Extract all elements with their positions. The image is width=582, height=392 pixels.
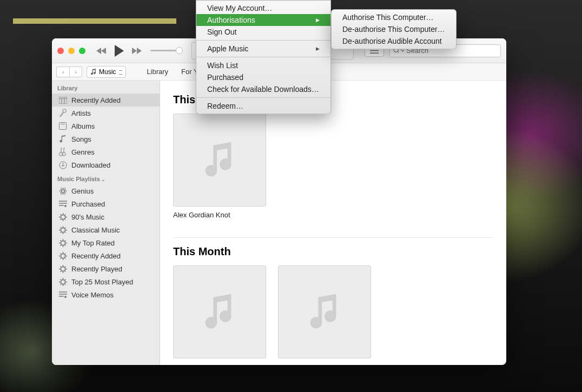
album-tile[interactable] <box>278 265 371 358</box>
sidebar-item-classical[interactable]: Classical Music <box>52 223 160 236</box>
svg-rect-4 <box>61 124 65 124</box>
svg-point-11 <box>64 205 67 207</box>
svg-point-13 <box>61 228 65 232</box>
sidebar-item-albums[interactable]: Albums <box>52 119 160 132</box>
sidebar-item-label: Genres <box>71 148 95 156</box>
microphone-icon <box>58 109 67 117</box>
sidebar-item-recently-added-pl[interactable]: Recently Added <box>52 249 160 262</box>
album-icon <box>58 122 67 130</box>
sidebar-item-genius[interactable]: Genius <box>52 184 160 197</box>
gear-icon <box>58 277 67 286</box>
album-tile[interactable]: Alex Gordian Knot <box>173 114 266 219</box>
sidebar-item-label: Downloaded <box>71 161 110 169</box>
tab-library[interactable]: Library <box>146 64 169 79</box>
svg-point-15 <box>61 254 65 258</box>
minimize-button[interactable] <box>68 48 75 54</box>
sidebar-item-label: Recently Played <box>71 265 122 273</box>
menu-item-view-account[interactable]: View My Account… <box>196 2 330 14</box>
atom-icon <box>58 187 67 195</box>
album-tile[interactable] <box>173 265 266 358</box>
sidebar-item-label: Classical Music <box>71 226 120 234</box>
authorisations-submenu: Authorise This Computer… De-authorise Th… <box>331 9 457 49</box>
decorative-bar <box>13 18 176 24</box>
gear-icon <box>58 238 67 247</box>
guitar-icon <box>58 148 67 156</box>
account-menu: View My Account… Authorisations Sign Out… <box>196 0 331 114</box>
gear-icon <box>58 225 67 234</box>
close-button[interactable] <box>57 48 64 54</box>
download-icon <box>58 161 67 169</box>
svg-point-14 <box>61 241 65 245</box>
menu-item-redeem[interactable]: Redeem… <box>196 100 330 112</box>
sidebar-item-artists[interactable]: Artists <box>52 107 160 119</box>
forward-button[interactable]: › <box>69 67 82 77</box>
sidebar-item-label: Songs <box>71 135 91 143</box>
sidebar: Library Recently Added Artists Albums So… <box>52 81 160 365</box>
playlist-icon <box>58 290 67 299</box>
menu-item-sign-out[interactable]: Sign Out <box>196 26 330 38</box>
submenu-item-authorise[interactable]: Authorise This Computer… <box>332 11 456 23</box>
menu-separator <box>196 97 330 98</box>
svg-point-8 <box>59 190 67 192</box>
music-notes-icon <box>199 139 241 181</box>
menu-item-authorisations[interactable]: Authorisations <box>196 14 330 26</box>
album-art-placeholder <box>278 265 371 358</box>
music-notes-icon <box>199 291 241 333</box>
sidebar-item-label: Artists <box>71 109 91 117</box>
maximize-button[interactable] <box>79 48 85 54</box>
sidebar-item-label: Recently Added <box>71 96 121 104</box>
gear-icon <box>58 264 67 273</box>
sidebar-item-label: 90's Music <box>71 213 104 221</box>
next-track-button[interactable] <box>131 47 142 55</box>
sidebar-item-label: Top 25 Most Played <box>71 278 133 286</box>
previous-track-button[interactable] <box>96 47 107 55</box>
sidebar-item-recently-played[interactable]: Recently Played <box>52 262 160 275</box>
sidebar-item-label: My Top Rated <box>71 239 115 247</box>
media-type-label: Music <box>99 68 116 76</box>
svg-point-12 <box>61 215 65 219</box>
sidebar-item-genres[interactable]: Genres <box>52 145 160 158</box>
menu-item-wish-list[interactable]: Wish List <box>196 59 330 71</box>
sidebar-item-toprated[interactable]: My Top Rated <box>52 236 160 249</box>
music-notes-icon <box>303 291 346 333</box>
album-art-placeholder <box>173 114 266 207</box>
play-button[interactable] <box>114 45 124 57</box>
back-button[interactable]: ‹ <box>56 67 69 77</box>
album-art-placeholder <box>173 265 266 358</box>
history-nav: ‹ › <box>56 67 82 77</box>
section-title-this-month: This Month <box>173 245 493 258</box>
svg-point-18 <box>64 296 67 298</box>
sidebar-item-label: Recently Added <box>71 252 121 260</box>
media-type-picker[interactable]: Music <box>87 66 126 78</box>
svg-rect-3 <box>59 123 67 130</box>
menu-item-purchased[interactable]: Purchased <box>196 71 330 83</box>
gear-icon <box>58 212 67 221</box>
sidebar-item-90s[interactable]: 90's Music <box>52 210 160 223</box>
submenu-item-deauthorise[interactable]: De-authorise This Computer… <box>332 23 456 35</box>
svg-point-17 <box>61 280 65 284</box>
traffic-lights <box>57 48 85 54</box>
sidebar-item-purchased[interactable]: Purchased <box>52 197 160 210</box>
sidebar-item-label: Genius <box>71 187 94 195</box>
sidebar-item-recently-added[interactable]: Recently Added <box>52 94 160 107</box>
sidebar-item-top25[interactable]: Top 25 Most Played <box>52 275 160 288</box>
album-caption: Alex Gordian Knot <box>173 211 266 219</box>
svg-point-6 <box>62 152 65 156</box>
grid-icon <box>58 96 67 104</box>
svg-point-16 <box>61 267 65 271</box>
content-area: This Week Alex Gordian Knot This Month <box>160 81 506 365</box>
sidebar-item-downloaded[interactable]: Downloaded <box>52 158 160 171</box>
album-row-month <box>173 265 493 358</box>
menu-item-check-downloads[interactable]: Check for Available Downloads… <box>196 83 330 95</box>
volume-slider[interactable] <box>150 50 181 51</box>
chevron-down-icon <box>401 49 404 52</box>
menu-item-apple-music[interactable]: Apple Music <box>196 43 330 55</box>
sidebar-item-label: Purchased <box>71 200 105 208</box>
submenu-item-deauthorise-audible[interactable]: De-authorise Audible Account <box>332 35 456 47</box>
sidebar-item-voicememos[interactable]: Voice Memos <box>52 288 160 301</box>
sidebar-header-playlists[interactable]: Music Playlists⌄ <box>52 171 160 184</box>
sidebar-item-label: Voice Memos <box>71 291 114 299</box>
sidebar-item-songs[interactable]: Songs <box>52 132 160 145</box>
chevron-down-icon: ⌄ <box>101 177 105 182</box>
menu-separator <box>196 40 330 41</box>
